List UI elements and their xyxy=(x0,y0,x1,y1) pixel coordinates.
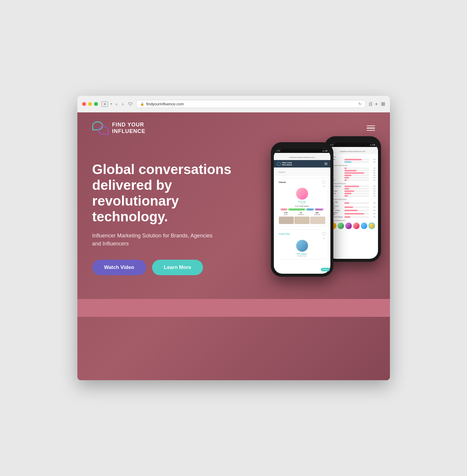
analytics-gender: Gender Female 7% Male xyxy=(330,156,376,163)
phone-status-bar-back: 4:21 ▲ ● ■ xyxy=(327,143,378,147)
phone-tag-cooking: Cooking/Home/Classic xyxy=(288,208,306,211)
analytics-education-label: Audience Education xyxy=(330,198,376,200)
phone-tags-1: Beauty Cooking/Home/Classic Lifestyle In… xyxy=(279,208,325,211)
phone-reach-1: 5.1K Total Reach xyxy=(279,205,325,207)
phone-metrics-1: 2.4K posts 1K followers 659 following xyxy=(279,212,325,215)
phone-metric-followers: 1K followers xyxy=(298,212,304,215)
analytics-male-bar-container xyxy=(344,161,369,163)
analytics-age-label: Audience Age Group xyxy=(330,165,376,166)
phone-logo: FIND YOURINFLUENCE xyxy=(277,162,292,166)
new-tab-icon[interactable]: + xyxy=(375,101,378,107)
phone-card-2-checkbox[interactable] xyxy=(322,232,325,235)
traffic-lights xyxy=(82,102,98,106)
phone-influencer-name-1: FYI Lily xyxy=(279,201,325,203)
share-icon[interactable]: ⎙ xyxy=(369,101,372,107)
back-button[interactable]: ‹ xyxy=(115,101,118,107)
reload-icon[interactable]: ↻ xyxy=(358,102,362,106)
chevron-down-icon: ▾ xyxy=(110,102,112,106)
phone-back-url: marketers.findyourinfluence.com xyxy=(340,151,366,152)
phone-card-dots: ••• xyxy=(279,185,325,187)
phone-metric-following: 659 following xyxy=(314,212,320,215)
logo-text: FIND YOUR INFLUENCE xyxy=(112,122,146,134)
hero-headline: Global conversations delivered by revolu… xyxy=(92,162,241,225)
phone-card-1-header: Classic xyxy=(279,181,325,184)
phone-thumbnails xyxy=(279,217,325,224)
phone-thumb-2 xyxy=(294,217,310,224)
watch-video-button[interactable]: Watch Video xyxy=(92,260,146,275)
phone-time-back: 4:21 xyxy=(330,144,334,146)
similar-avatar-3 xyxy=(345,223,352,229)
address-bar[interactable]: 🔒 findyourinfluence.com ↻ xyxy=(136,100,365,108)
phone-search-text: ← Search xyxy=(276,171,285,173)
phone-thumb-1 xyxy=(279,217,294,224)
fullscreen-button[interactable] xyxy=(94,102,98,106)
minimize-button[interactable] xyxy=(88,102,92,106)
analytics-female-bar-container xyxy=(344,159,369,160)
phone-card-1: Classic ••• FYI Lily Lily 5.1K Total Rea… xyxy=(276,178,328,227)
pink-bottom-strip xyxy=(77,299,390,317)
phone-notch-front xyxy=(293,145,311,147)
analytics-male-value: 3% xyxy=(370,161,376,163)
similar-avatar-5 xyxy=(361,223,367,229)
browser-chrome: ⊞ ▾ ‹ › 🛡 🔒 findyourinfluence.com ↻ ⎙ + … xyxy=(77,96,390,112)
phone-url-text: marketers.findyourinfluence.com xyxy=(289,156,315,158)
hamburger-line-1 xyxy=(367,126,375,126)
sidebar-toggle-icon[interactable]: ⊞ xyxy=(101,101,108,107)
similar-avatar-2 xyxy=(338,223,344,229)
phone-handle-1: Lily xyxy=(279,203,325,205)
phone-status-bar-front: 4:10 ▲ ● ■ xyxy=(274,149,330,153)
phone-notch-back xyxy=(344,139,362,141)
hamburger-line-2 xyxy=(367,128,375,129)
logo-icon xyxy=(92,121,109,135)
phone-app-header: FIND YOURINFLUENCE xyxy=(274,160,330,167)
analytics-age-row-4554: 42-51 2% xyxy=(330,177,376,178)
close-button[interactable] xyxy=(82,102,86,106)
analytics-male-bar xyxy=(344,161,352,163)
forward-button[interactable]: › xyxy=(121,101,125,107)
analytics-gender-label: Gender xyxy=(330,156,376,158)
similar-avatar-4 xyxy=(353,223,360,229)
phone-signal-back: ▲ ● ■ xyxy=(370,144,375,146)
analytics-female-bar xyxy=(344,159,362,160)
hamburger-menu[interactable] xyxy=(367,126,375,131)
analytics-age: Audience Age Group 13-17 1% 19-25 5% xyxy=(330,165,376,181)
phone-card-2: Power Plus ••• FYI James James Doe xyxy=(276,229,328,259)
phone-back-url-bar: marketers.findyourinfluence.com xyxy=(327,147,378,154)
lock-icon: 🔒 xyxy=(140,102,144,106)
phone-screen-front: 4:10 ▲ ● ■ marketers.findyourinfluence.c… xyxy=(274,149,330,274)
phone-card-2-label: Power Plus xyxy=(279,233,290,235)
phone-signal-front: ▲ ● ■ xyxy=(322,150,327,152)
hamburger-line-3 xyxy=(367,130,375,131)
analytics-age-row-3544: 33-41 3% xyxy=(330,174,376,176)
url-text: findyourinfluence.com xyxy=(146,102,184,106)
analytics-similar-label: Similar Influencers xyxy=(330,220,376,221)
analytics-age-row-over: over 47 1% xyxy=(330,179,376,181)
similar-avatar-6 xyxy=(368,223,375,229)
tab-overview-icon[interactable]: ⊞ xyxy=(381,101,385,107)
learn-more-button[interactable]: Learn More xyxy=(152,260,203,275)
analytics-age-row-1317: 13-17 1% xyxy=(330,167,376,169)
analytics-age-row-2534: 26-32 8% xyxy=(330,172,376,174)
browser-window: ⊞ ▾ ‹ › 🛡 🔒 findyourinfluence.com ↻ ⎙ + … xyxy=(77,96,390,380)
phone-card-2-dots: ••• xyxy=(279,237,325,239)
phone-card-1-checkbox[interactable] xyxy=(322,181,325,184)
phone-mockups: 4:10 ▲ ● ■ marketers.findyourinfluence.c… xyxy=(271,136,381,277)
phone-thumb-3 xyxy=(310,217,325,224)
phone-content-area: Classic ••• FYI Lily Lily 5.1K Total Rea… xyxy=(274,176,330,264)
phone-search-bar: ← Search xyxy=(274,167,330,176)
logo: FIND YOUR INFLUENCE xyxy=(92,121,146,135)
analytics-similar-avatars xyxy=(330,223,376,229)
website-content: FIND YOUR INFLUENCE Global conversations… xyxy=(77,112,390,380)
phone-card-2-header: Power Plus xyxy=(279,232,325,236)
analytics-similar: Similar Influencers xyxy=(330,220,376,229)
analytics-education: Audience Education Under High School 2% … xyxy=(330,198,376,218)
analytics-row-female: Female 7% xyxy=(330,159,376,160)
hero-section: Global conversations delivered by revolu… xyxy=(77,144,256,299)
hero-buttons: Watch Video Learn More xyxy=(92,260,241,275)
logo-bubble-purple xyxy=(98,126,109,135)
analytics-age-row-1824: 19-25 5% xyxy=(330,170,376,171)
phone-influencer-name-2: FYI James xyxy=(279,253,325,255)
phone-help-button[interactable]: ● Help xyxy=(321,268,330,271)
analytics-ethnicity-label: Audience Ethnicity xyxy=(330,183,376,184)
hero-subtext: Influencer Marketing Solution for Brands… xyxy=(92,232,217,248)
